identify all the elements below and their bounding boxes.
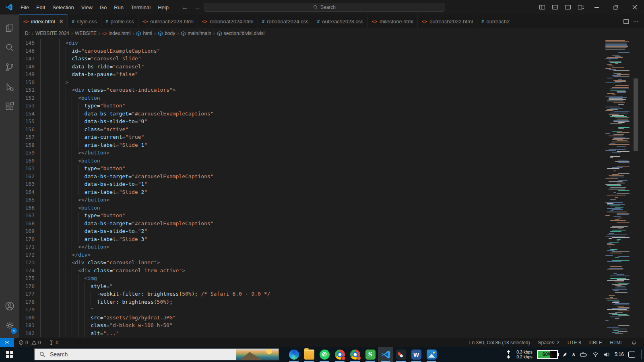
menu-help[interactable]: Help — [154, 3, 172, 12]
cursor-position[interactable]: Ln 380, Col 86 (18 selected) — [466, 340, 533, 346]
vscode-taskbar-icon[interactable] — [378, 347, 393, 362]
tab-milestone.html[interactable]: <>milestone.html — [368, 14, 418, 28]
code-line[interactable]: 145<div — [19, 39, 270, 47]
battery-plug-icon[interactable] — [580, 352, 588, 358]
breadcrumb-item[interactable]: section#divisi.divisi — [217, 31, 264, 36]
code-line[interactable]: 155data-bs-slide-to="0" — [19, 117, 270, 125]
code-line[interactable]: 157aria-current="true" — [19, 133, 270, 141]
edge-taskbar-icon[interactable] — [286, 347, 301, 362]
minimize-button[interactable] — [587, 0, 606, 14]
code-line[interactable]: 159></button> — [19, 149, 270, 157]
volume-icon[interactable] — [603, 352, 610, 358]
code-line[interactable]: 177-webkit-filter: brightness(50%); /* S… — [19, 290, 270, 298]
notifications-bell-icon[interactable] — [628, 340, 640, 346]
remote-indicator[interactable]: >< — [0, 338, 14, 347]
tab-outreach2023.html[interactable]: <>outreach2023.html — [138, 14, 198, 28]
minimap[interactable] — [604, 39, 632, 338]
code-line[interactable]: 167type="button" — [19, 212, 270, 220]
code-line[interactable]: 165></button> — [19, 196, 270, 204]
breadcrumb-item[interactable]: html — [136, 31, 152, 36]
code-line[interactable]: 152<button — [19, 94, 270, 102]
clock[interactable]: 5:16 — [615, 352, 624, 357]
code-editor[interactable]: 145<div146id="carouselExampleCaptions"14… — [19, 39, 644, 338]
search-highlight-image[interactable] — [236, 349, 279, 360]
breadcrumb-item[interactable]: WEBSITE — [75, 31, 97, 36]
eol-status[interactable]: CRLF — [586, 340, 605, 346]
code-line[interactable]: 169data-bs-slide-to="2" — [19, 227, 270, 235]
pen-tray-icon[interactable] — [562, 351, 568, 358]
wifi-icon[interactable] — [592, 352, 599, 358]
command-center-search[interactable]: Search — [204, 3, 445, 12]
split-editor-icon[interactable] — [623, 19, 629, 25]
language-mode[interactable]: HTML — [607, 340, 626, 346]
tray-overflow-chevron[interactable]: ∧ — [572, 352, 576, 357]
breadcrumb-item[interactable]: WEBSITE 2024 — [35, 31, 69, 36]
menu-file[interactable]: File — [17, 3, 33, 12]
menu-edit[interactable]: Edit — [33, 3, 49, 12]
code-line[interactable]: 147class="carousel slide" — [19, 55, 270, 63]
tab-outreach2022.html[interactable]: <>outreach2022.html — [418, 14, 477, 28]
scrollbar-thumb[interactable] — [634, 78, 638, 151]
code-line[interactable]: 161type="button" — [19, 165, 270, 173]
green-app-taskbar-icon[interactable]: S — [363, 347, 378, 362]
chrome-profile-a-taskbar-icon[interactable] — [332, 347, 347, 362]
source-control-icon[interactable] — [0, 57, 19, 77]
restore-button[interactable] — [606, 0, 625, 14]
code-line[interactable]: 156class="active" — [19, 125, 270, 134]
menu-selection[interactable]: Selection — [49, 3, 77, 12]
code-line[interactable]: 149data-bs-pause="false" — [19, 70, 270, 78]
menu-run[interactable]: Run — [110, 3, 127, 12]
ports-status[interactable]: 0 — [46, 340, 61, 346]
breadcrumb-item[interactable]: body — [158, 31, 175, 36]
whatsapp-taskbar-icon[interactable]: ✆ — [317, 347, 332, 362]
breadcrumb-item[interactable]: main#main — [181, 31, 211, 36]
net-speed-monitor[interactable]: 0.3 kbps 0.2 kbps — [516, 350, 533, 359]
battery-widget[interactable]: 60% — [537, 350, 558, 359]
more-actions-icon[interactable]: ⋯ — [633, 18, 639, 25]
tab-outreach2023.css[interactable]: #outreach2023.css — [313, 14, 368, 28]
code-line[interactable]: 175<img — [19, 274, 270, 282]
chrome-profile-b-taskbar-icon[interactable] — [347, 347, 363, 362]
close-button[interactable] — [625, 0, 644, 14]
toggle-secondary-sidebar-icon[interactable] — [561, 0, 574, 14]
code-content[interactable]: 145<div146id="carouselExampleCaptions"14… — [19, 39, 270, 337]
code-line[interactable]: 146id="carouselExampleCaptions" — [19, 47, 270, 55]
code-line[interactable]: 160<button — [19, 157, 270, 165]
code-line[interactable]: 158aria-label="Slide 1" — [19, 141, 270, 149]
code-line[interactable]: 153type="button" — [19, 102, 270, 110]
word-taskbar-icon[interactable]: W — [409, 347, 424, 362]
tab-outreach2[interactable]: #outreach2 — [477, 14, 514, 28]
accounts-icon[interactable] — [0, 296, 19, 316]
show-desktop-strip[interactable] — [641, 350, 642, 359]
settings-gear-icon[interactable]: 1 — [0, 316, 19, 335]
code-line[interactable]: 172</div> — [19, 251, 270, 259]
forward-arrow-icon[interactable]: → — [194, 4, 200, 11]
code-line[interactable]: 176style=" — [19, 282, 270, 290]
start-button[interactable] — [0, 347, 19, 362]
code-line[interactable]: 168data-bs-target="#carouselExampleCapti… — [19, 220, 270, 228]
taskbar-search-box[interactable]: Search — [34, 348, 279, 360]
code-line[interactable]: 179" — [19, 306, 270, 314]
code-line[interactable]: 180src="assets/img/hydra1.JPG" — [19, 314, 270, 322]
explorer-taskbar-icon[interactable] — [301, 347, 317, 362]
customize-layout-icon[interactable] — [574, 0, 587, 14]
code-line[interactable]: 154data-bs-target="#carouselExampleCapti… — [19, 110, 270, 118]
tab-roboboat2024.html[interactable]: <>roboboat2024.html — [198, 14, 258, 28]
toggle-sidebar-icon[interactable] — [536, 0, 549, 14]
encoding-status[interactable]: UTF-8 — [564, 340, 584, 346]
menu-terminal[interactable]: Terminal — [127, 3, 154, 12]
tab-profile.css[interactable]: #profile.css — [101, 14, 138, 28]
code-line[interactable]: 170aria-label="Slide 3" — [19, 235, 270, 243]
indentation-status[interactable]: Spaces: 2 — [535, 340, 563, 346]
pen-app-taskbar-icon[interactable] — [393, 347, 409, 362]
code-line[interactable]: 151<div class="carousel-indicators"> — [19, 86, 270, 94]
breadcrumb-item[interactable]: D: — [25, 31, 30, 36]
extensions-icon[interactable] — [0, 97, 19, 116]
tab-index.html[interactable]: <>index.html✕ — [19, 14, 68, 28]
code-line[interactable]: 162data-bs-target="#carouselExampleCapti… — [19, 173, 270, 181]
toggle-panel-icon[interactable] — [549, 0, 561, 14]
code-line[interactable]: 166<button — [19, 204, 270, 212]
problems-status[interactable]: 0 0 — [16, 340, 43, 346]
vertical-scrollbar[interactable] — [632, 39, 644, 338]
code-line[interactable]: 164aria-label="Slide 2" — [19, 188, 270, 196]
